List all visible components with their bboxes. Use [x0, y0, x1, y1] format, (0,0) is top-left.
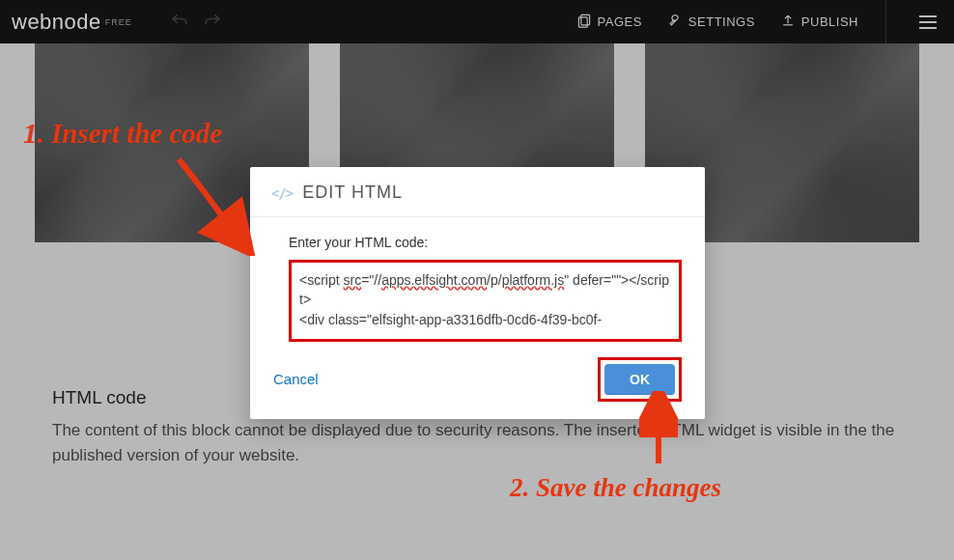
- ok-button-highlight: OK: [598, 357, 682, 402]
- hamburger-menu-icon[interactable]: [913, 15, 942, 29]
- pages-icon: [576, 13, 592, 31]
- svg-rect-1: [578, 17, 587, 27]
- code-text-part: ="//: [361, 272, 381, 288]
- code-icon: </>: [271, 185, 293, 201]
- publish-label: PUBLISH: [801, 14, 858, 29]
- logo: webnode: [12, 10, 101, 35]
- redo-icon[interactable]: [204, 13, 221, 32]
- settings-button[interactable]: SETTINGS: [667, 13, 755, 31]
- topbar: webnode FREE PAGES SETTINGS PUBLISH: [0, 0, 954, 43]
- modal-header: </> EDIT HTML: [250, 167, 705, 217]
- publish-button[interactable]: PUBLISH: [780, 13, 858, 31]
- undo-redo-group: [171, 13, 221, 32]
- ok-button[interactable]: OK: [604, 364, 675, 395]
- cancel-button[interactable]: Cancel: [273, 371, 319, 387]
- code-text-part: <script: [299, 272, 344, 288]
- edit-html-modal: </> EDIT HTML Enter your HTML code: <scr…: [250, 167, 705, 419]
- code-text-part: /p/: [487, 272, 502, 288]
- undo-icon[interactable]: [171, 13, 188, 32]
- code-input[interactable]: <script src="//apps.elfsight.com/p/platf…: [295, 268, 675, 331]
- code-input-highlight: <script src="//apps.elfsight.com/p/platf…: [289, 260, 682, 342]
- wrench-icon: [667, 13, 683, 31]
- plan-badge: FREE: [105, 17, 132, 27]
- code-input-label: Enter your HTML code:: [289, 235, 682, 250]
- pages-button[interactable]: PAGES: [576, 13, 642, 31]
- pages-label: PAGES: [598, 14, 642, 29]
- code-text-part: <div class="elfsight-app-a3316dfb-0cd6-4…: [299, 312, 602, 327]
- settings-label: SETTINGS: [688, 14, 755, 29]
- code-text-part: apps.elfsight.com: [381, 272, 487, 288]
- modal-title: EDIT HTML: [302, 182, 403, 203]
- code-text-part: platform.js: [502, 272, 565, 288]
- topbar-divider: [885, 0, 886, 43]
- upload-icon: [780, 13, 796, 31]
- code-text-part: src: [344, 272, 362, 288]
- modal-footer: Cancel OK: [250, 348, 705, 419]
- svg-rect-0: [580, 14, 589, 24]
